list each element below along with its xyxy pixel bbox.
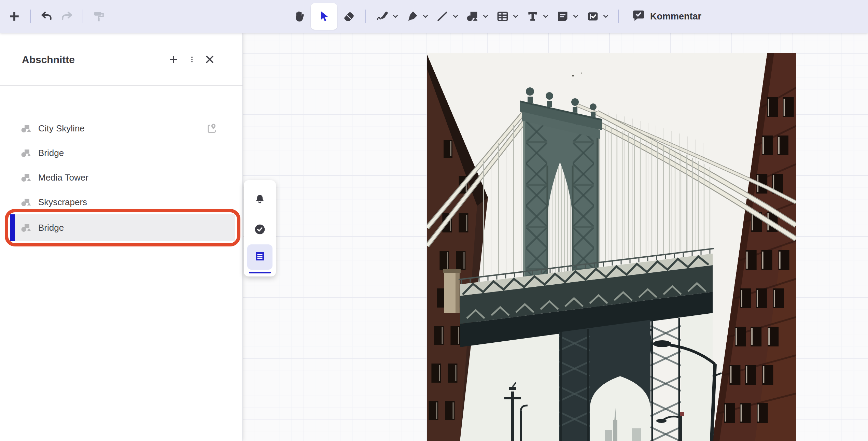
comment-button[interactable]: Kommentar bbox=[632, 9, 701, 25]
note-tool-button[interactable] bbox=[553, 4, 572, 29]
section-shapes-icon bbox=[20, 197, 31, 208]
pen-dropdown-chevron[interactable] bbox=[392, 4, 399, 29]
map-pin-icon[interactable] bbox=[206, 123, 218, 134]
comment-icon bbox=[632, 9, 645, 25]
active-tab-underline bbox=[249, 272, 271, 273]
toolbar-divider bbox=[618, 10, 619, 23]
toolbar-left-group bbox=[5, 0, 109, 33]
highlighter-dropdown-chevron[interactable] bbox=[422, 4, 429, 29]
section-shapes-icon bbox=[20, 172, 31, 183]
shapes-tool-button[interactable] bbox=[463, 4, 482, 29]
selection-bar bbox=[10, 214, 15, 241]
table-dropdown-chevron[interactable] bbox=[512, 4, 519, 29]
pen-tool-button[interactable] bbox=[373, 4, 392, 29]
panel-title: Abschnitte bbox=[22, 54, 75, 66]
add-button[interactable] bbox=[5, 4, 24, 29]
toolbar-divider bbox=[30, 10, 31, 23]
section-shapes-icon bbox=[20, 147, 31, 158]
table-tool-button[interactable] bbox=[493, 4, 512, 29]
floating-side-toolbar bbox=[244, 180, 276, 276]
sections-view-button[interactable] bbox=[247, 244, 272, 270]
shapes-icon bbox=[466, 10, 479, 23]
close-panel-button[interactable] bbox=[202, 52, 217, 67]
undo-button[interactable] bbox=[37, 4, 56, 29]
paint-format-button[interactable] bbox=[89, 4, 109, 29]
bell-icon bbox=[254, 194, 266, 207]
section-label: City Skyline bbox=[38, 123, 85, 134]
line-dropdown-chevron[interactable] bbox=[452, 4, 459, 29]
eraser-tool-button[interactable] bbox=[339, 4, 359, 29]
shapes-dropdown-chevron[interactable] bbox=[482, 4, 489, 29]
highlighter-tool-button[interactable] bbox=[403, 4, 422, 29]
toolbar-divider bbox=[83, 10, 83, 23]
redo-button[interactable] bbox=[57, 4, 76, 29]
note-icon bbox=[556, 10, 569, 23]
highlighter-icon bbox=[406, 10, 419, 23]
checkbox-dropdown-chevron[interactable] bbox=[602, 4, 609, 29]
section-label: Bridge bbox=[38, 223, 64, 233]
section-item-skyscrapers[interactable]: Skyscrapers bbox=[10, 190, 235, 214]
text-dropdown-chevron[interactable] bbox=[542, 4, 549, 29]
cursor-icon bbox=[317, 10, 331, 23]
undo-icon bbox=[40, 10, 53, 23]
line-tool-button[interactable] bbox=[433, 4, 452, 29]
check-circle-icon bbox=[254, 223, 266, 237]
hand-tool-button[interactable] bbox=[290, 4, 309, 29]
section-item-media-tower[interactable]: Media Tower bbox=[10, 165, 235, 190]
notifications-button[interactable] bbox=[252, 192, 268, 208]
section-label: Skyscrapers bbox=[38, 197, 87, 208]
approve-button[interactable] bbox=[252, 222, 268, 238]
section-item-city-skyline[interactable]: City Skyline bbox=[10, 116, 235, 141]
top-toolbar: Kommentar bbox=[0, 0, 868, 33]
note-dropdown-chevron[interactable] bbox=[572, 4, 579, 29]
section-shapes-icon bbox=[20, 123, 31, 134]
hand-icon bbox=[293, 10, 306, 23]
toolbar-divider bbox=[365, 10, 366, 23]
section-label: Bridge bbox=[38, 148, 64, 158]
add-section-button[interactable] bbox=[166, 52, 181, 67]
comment-label: Kommentar bbox=[650, 11, 701, 22]
line-icon bbox=[436, 10, 449, 23]
checkbox-icon bbox=[586, 10, 599, 23]
checkbox-tool-button[interactable] bbox=[583, 4, 602, 29]
toolbar-center-group: Kommentar bbox=[290, 0, 701, 33]
section-item-bridge-2-selected[interactable]: Bridge bbox=[10, 214, 235, 241]
paint-roller-icon bbox=[93, 10, 105, 23]
add-icon bbox=[8, 10, 20, 23]
section-shapes-icon bbox=[20, 222, 31, 233]
redo-icon bbox=[60, 10, 73, 23]
select-tool-button[interactable] bbox=[311, 3, 337, 30]
table-icon bbox=[496, 10, 509, 23]
sections-panel-header: Abschnitte bbox=[0, 33, 242, 86]
text-icon bbox=[526, 10, 539, 23]
section-item-bridge-1[interactable]: Bridge bbox=[10, 141, 235, 165]
pen-icon bbox=[376, 10, 389, 23]
panel-menu-button[interactable] bbox=[184, 52, 199, 67]
canvas-image-bridge-photo[interactable] bbox=[427, 53, 796, 441]
eraser-icon bbox=[342, 10, 355, 23]
sections-panel: Abschnitte City Skyline Bridge bbox=[0, 33, 242, 441]
section-label: Media Tower bbox=[38, 172, 88, 183]
text-tool-button[interactable] bbox=[523, 4, 542, 29]
sections-icon bbox=[254, 250, 266, 264]
sections-list: City Skyline Bridge Media Tower Skyscrap… bbox=[0, 86, 242, 241]
